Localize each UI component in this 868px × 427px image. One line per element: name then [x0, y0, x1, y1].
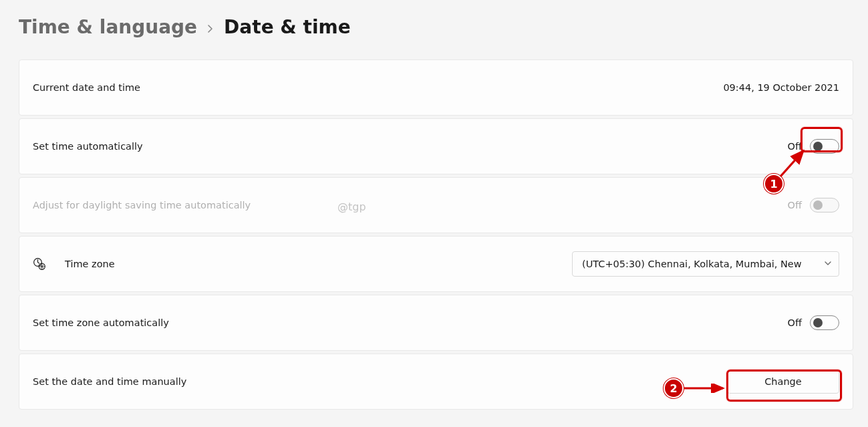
globe-clock-icon [33, 257, 46, 271]
dst-toggle [810, 198, 839, 212]
timezone-select[interactable]: (UTC+05:30) Chennai, Kolkata, Mumbai, Ne… [572, 251, 839, 277]
timezone-label: Time zone [65, 259, 115, 269]
auto-timezone-state: Off [788, 317, 802, 328]
page-title: Date & time [224, 16, 351, 38]
manual-datetime-label: Set the date and time manually [33, 376, 186, 387]
current-datetime-label: Current date and time [33, 82, 140, 93]
auto-timezone-label: Set time zone automatically [33, 317, 169, 328]
auto-timezone-toggle[interactable] [810, 315, 839, 330]
manual-datetime-row: Set the date and time manually Change [19, 353, 853, 410]
chevron-right-icon [206, 21, 214, 35]
auto-time-row: Set time automatically Off [19, 118, 853, 174]
timezone-row: Time zone (UTC+05:30) Chennai, Kolkata, … [19, 236, 853, 292]
dst-state: Off [788, 200, 802, 210]
auto-time-label: Set time automatically [33, 141, 143, 152]
breadcrumb: Time & language Date & time [19, 16, 853, 38]
timezone-selected-value: (UTC+05:30) Chennai, Kolkata, Mumbai, Ne… [582, 259, 802, 269]
dst-row: Adjust for daylight saving time automati… [19, 177, 853, 233]
chevron-down-icon [824, 259, 832, 269]
current-datetime-value: 09:44, 19 October 2021 [723, 82, 839, 93]
auto-time-state: Off [788, 141, 802, 152]
auto-timezone-row: Set time zone automatically Off [19, 295, 853, 351]
auto-time-toggle[interactable] [810, 139, 839, 154]
breadcrumb-parent[interactable]: Time & language [19, 16, 197, 38]
change-button[interactable]: Change [727, 370, 839, 394]
dst-label: Adjust for daylight saving time automati… [33, 200, 251, 210]
current-datetime-row: Current date and time 09:44, 19 October … [19, 59, 853, 116]
